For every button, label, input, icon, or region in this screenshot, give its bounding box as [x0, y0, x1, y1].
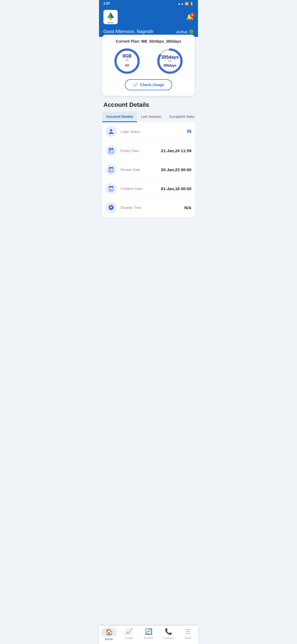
data-circle: 0GB OF ∞: [113, 47, 141, 75]
expiry-date-value: 21-Jan,24 11:59: [161, 148, 191, 153]
no-entry-icon: [106, 202, 117, 213]
creation-date-value: 01-Jan,18 00:00: [161, 186, 191, 191]
notification-button[interactable]: 🔔 0: [186, 13, 194, 21]
days-total: 365days: [163, 64, 176, 67]
status-bar: 1:07 ▲▲ 📶 🔋: [99, 0, 198, 7]
active-status: Active: [176, 29, 194, 34]
renew-date-label: Renew Date: [120, 168, 161, 172]
plan-title: Current Plan: MB_50mbps_365days: [106, 39, 191, 43]
app-header: Monark 🔔 0: [99, 7, 198, 28]
expiry-date-info: Expiry Date: [120, 149, 161, 153]
renew-date-value: 20-Jan,23 00:00: [161, 167, 191, 172]
detail-item-expiry-date: Expiry Date 21-Jan,24 11:59: [102, 141, 195, 160]
creation-date-label: Creation Date: [120, 187, 161, 191]
account-details-section: Account Details Account Details Last Ses…: [99, 99, 198, 217]
notification-badge: 0: [190, 12, 195, 17]
expiry-date-label: Expiry Date: [120, 149, 161, 153]
days-circle-container: 305days OF 365days: [156, 47, 184, 75]
status-icons: ▲▲ 📶 🔋: [178, 2, 194, 6]
days-of: OF: [161, 60, 178, 63]
tab-complaint-status[interactable]: Complaint Status: [165, 112, 195, 122]
detail-item-disable-time: Disable Time N/A: [102, 198, 195, 217]
data-of: OF: [123, 59, 132, 62]
calendar-add-icon: [106, 183, 117, 194]
active-dot: [189, 29, 194, 34]
plan-card: Current Plan: MB_50mbps_365days 0GB OF ∞: [102, 35, 195, 96]
login-status-label: Login Status: [120, 130, 187, 134]
tabs-container: Account Details Last Session Complaint S…: [102, 112, 195, 122]
calendar-icon: [106, 145, 117, 156]
detail-list: Login Status IN Expiry Date 21-Jan,24 11…: [102, 122, 195, 217]
signal-icon: ▲▲: [178, 2, 184, 5]
tab-last-session[interactable]: Last Session: [137, 112, 165, 122]
disable-time-value: N/A: [184, 205, 191, 210]
data-total: ∞: [125, 62, 129, 69]
tab-account-details[interactable]: Account Details: [102, 112, 137, 122]
detail-item-renew-date: Renew Date 20-Jan,23 00:00: [102, 160, 195, 179]
days-circle: 305days OF 365days: [156, 47, 184, 75]
logo-container: Monark: [103, 10, 118, 24]
svg-text:Monark: Monark: [108, 22, 114, 23]
login-status-value: IN: [187, 129, 191, 134]
disable-time-info: Disable Time: [120, 206, 184, 210]
account-details-title: Account Details: [102, 101, 195, 108]
wifi-icon: 📶: [185, 2, 189, 6]
status-time: 1:07: [103, 2, 110, 6]
days-used: 305days: [161, 55, 178, 59]
battery-icon: 🔋: [190, 2, 194, 6]
chart-icon: 📈: [133, 83, 138, 87]
data-used: 0GB: [123, 54, 132, 58]
detail-item-creation-date: Creation Date 01-Jan,18 00:00: [102, 179, 195, 198]
login-status-info: Login Status: [120, 130, 187, 134]
plan-circles: 0GB OF ∞ 305days OF 365days: [106, 47, 191, 75]
data-circle-inner: 0GB OF ∞: [123, 54, 132, 69]
detail-item-login-status: Login Status IN: [102, 122, 195, 141]
calendar-check-icon: [106, 164, 117, 175]
person-icon: [106, 126, 117, 137]
disable-time-label: Disable Time: [120, 206, 184, 210]
active-label: Active: [176, 29, 188, 34]
greeting-text: Good Afternoon, Nagnath: [103, 29, 153, 34]
check-usage-button[interactable]: 📈 Check Usage: [125, 79, 172, 90]
check-usage-label: Check Usage: [140, 83, 164, 87]
renew-date-info: Renew Date: [120, 168, 161, 172]
app-logo: Monark: [103, 10, 118, 24]
data-circle-container: 0GB OF ∞: [113, 47, 141, 75]
creation-date-info: Creation Date: [120, 187, 161, 191]
days-circle-inner: 305days OF 365days: [161, 55, 178, 68]
